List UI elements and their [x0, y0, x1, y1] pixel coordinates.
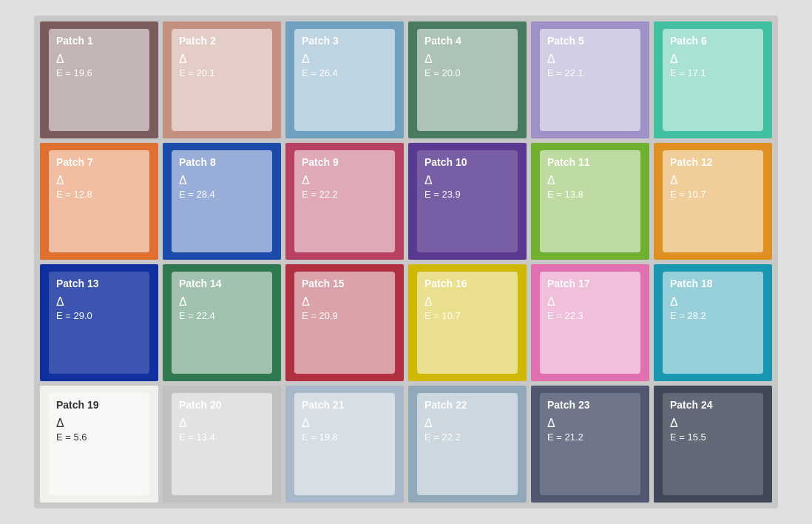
patch-cell-1: Patch 1ΔE = 19.6 — [40, 21, 158, 138]
patch-e-19: E = 5.6 — [56, 431, 142, 443]
patch-e-20: E = 13.4 — [179, 431, 265, 443]
patch-cell-9: Patch 9ΔE = 22.2 — [285, 143, 404, 260]
patch-name-2: Patch 2 — [179, 35, 265, 47]
patch-name-9: Patch 9 — [302, 156, 388, 168]
patch-name-14: Patch 14 — [179, 278, 265, 289]
patch-cell-14: Patch 14ΔE = 22.4 — [163, 264, 281, 381]
patch-e-8: E = 28.4 — [179, 189, 265, 200]
patch-e-3: E = 26.4 — [302, 67, 388, 78]
patch-inner-7: Patch 7ΔE = 12.8 — [49, 150, 149, 252]
patch-e-6: E = 17.1 — [670, 67, 756, 78]
patch-inner-15: Patch 15ΔE = 20.9 — [294, 272, 395, 374]
patch-inner-22: Patch 22ΔE = 22.2 — [417, 393, 518, 495]
patch-delta-18: Δ — [670, 295, 756, 309]
patch-delta-21: Δ — [302, 417, 388, 430]
patch-delta-22: Δ — [424, 417, 510, 430]
patch-e-9: E = 22.2 — [302, 189, 388, 200]
patch-e-12: E = 10.7 — [670, 189, 756, 200]
patch-inner-13: Patch 13ΔE = 29.0 — [49, 272, 149, 374]
patch-delta-24: Δ — [670, 417, 756, 430]
patch-cell-24: Patch 24ΔE = 15.5 — [654, 386, 772, 503]
patch-e-13: E = 29.0 — [56, 310, 142, 321]
patch-inner-21: Patch 21ΔE = 19.8 — [294, 393, 395, 495]
patch-e-10: E = 23.9 — [424, 189, 510, 200]
patch-name-12: Patch 12 — [670, 156, 756, 168]
patch-inner-8: Patch 8ΔE = 28.4 — [172, 150, 272, 252]
patch-name-17: Patch 17 — [547, 278, 633, 289]
patch-inner-11: Patch 11ΔE = 13.8 — [540, 150, 640, 252]
patch-cell-2: Patch 2ΔE = 20.1 — [163, 21, 281, 138]
patch-delta-23: Δ — [547, 417, 633, 430]
patch-inner-1: Patch 1ΔE = 19.6 — [49, 29, 149, 131]
patch-name-20: Patch 20 — [179, 399, 265, 411]
patch-cell-11: Patch 11ΔE = 13.8 — [531, 143, 649, 260]
patch-inner-5: Patch 5ΔE = 22.1 — [540, 29, 640, 131]
patch-cell-8: Patch 8ΔE = 28.4 — [163, 143, 281, 260]
patch-delta-9: Δ — [302, 174, 388, 187]
patch-e-1: E = 19.6 — [56, 67, 142, 78]
patch-name-7: Patch 7 — [56, 156, 142, 168]
patch-name-18: Patch 18 — [670, 278, 756, 289]
patch-cell-16: Patch 16ΔE = 10.7 — [408, 264, 527, 381]
patch-delta-10: Δ — [424, 174, 510, 187]
patch-delta-6: Δ — [670, 53, 756, 66]
patch-name-3: Patch 3 — [302, 35, 388, 47]
patch-e-23: E = 21.2 — [547, 431, 633, 443]
patch-e-14: E = 22.4 — [179, 310, 265, 321]
patch-cell-4: Patch 4ΔE = 20.0 — [408, 21, 527, 138]
patch-inner-9: Patch 9ΔE = 22.2 — [294, 150, 395, 252]
patch-cell-18: Patch 18ΔE = 28.2 — [654, 264, 772, 381]
patch-e-18: E = 28.2 — [670, 310, 756, 321]
patch-e-16: E = 10.7 — [424, 310, 510, 321]
patch-name-16: Patch 16 — [424, 278, 510, 289]
patch-e-5: E = 22.1 — [547, 67, 633, 78]
patch-name-24: Patch 24 — [670, 399, 756, 411]
patch-name-19: Patch 19 — [56, 399, 142, 411]
patch-delta-13: Δ — [56, 295, 142, 309]
patch-name-15: Patch 15 — [302, 278, 388, 289]
patch-name-22: Patch 22 — [424, 399, 510, 411]
patch-inner-24: Patch 24ΔE = 15.5 — [663, 393, 763, 495]
patch-e-24: E = 15.5 — [670, 431, 756, 443]
patch-inner-16: Patch 16ΔE = 10.7 — [417, 272, 518, 374]
patch-inner-20: Patch 20ΔE = 13.4 — [172, 393, 272, 495]
patch-e-11: E = 13.8 — [547, 189, 633, 200]
patch-inner-6: Patch 6ΔE = 17.1 — [663, 29, 763, 131]
patch-delta-12: Δ — [670, 174, 756, 187]
patch-delta-14: Δ — [179, 295, 265, 309]
patch-name-21: Patch 21 — [302, 399, 388, 411]
patch-delta-1: Δ — [56, 53, 142, 66]
patch-e-17: E = 22.3 — [547, 310, 633, 321]
patch-e-21: E = 19.8 — [302, 431, 388, 443]
patch-cell-19: Patch 19ΔE = 5.6 — [40, 386, 158, 503]
patch-delta-16: Δ — [424, 295, 510, 309]
patch-cell-22: Patch 22ΔE = 22.2 — [408, 386, 527, 503]
patch-inner-17: Patch 17ΔE = 22.3 — [540, 272, 640, 374]
patch-cell-5: Patch 5ΔE = 22.1 — [531, 21, 649, 138]
patch-cell-6: Patch 6ΔE = 17.1 — [654, 21, 772, 138]
patch-inner-2: Patch 2ΔE = 20.1 — [172, 29, 272, 131]
patch-cell-17: Patch 17ΔE = 22.3 — [531, 264, 649, 381]
patch-inner-23: Patch 23ΔE = 21.2 — [540, 393, 640, 495]
patch-e-15: E = 20.9 — [302, 310, 388, 321]
patch-name-5: Patch 5 — [547, 35, 633, 47]
patch-delta-15: Δ — [302, 295, 388, 309]
patch-grid: Patch 1ΔE = 19.6Patch 2ΔE = 20.1Patch 3Δ… — [34, 16, 778, 508]
patch-delta-20: Δ — [179, 417, 265, 430]
patch-name-23: Patch 23 — [547, 399, 633, 411]
patch-delta-2: Δ — [179, 53, 265, 66]
patch-cell-20: Patch 20ΔE = 13.4 — [163, 386, 281, 503]
patch-delta-3: Δ — [302, 53, 388, 66]
patch-delta-19: Δ — [56, 417, 142, 430]
patch-inner-12: Patch 12ΔE = 10.7 — [663, 150, 763, 252]
patch-inner-4: Patch 4ΔE = 20.0 — [417, 29, 518, 131]
patch-delta-17: Δ — [547, 295, 633, 309]
patch-name-8: Patch 8 — [179, 156, 265, 168]
patch-name-1: Patch 1 — [56, 35, 142, 47]
patch-inner-10: Patch 10ΔE = 23.9 — [417, 150, 518, 252]
patch-delta-5: Δ — [547, 53, 633, 66]
patch-delta-7: Δ — [56, 174, 142, 187]
patch-cell-7: Patch 7ΔE = 12.8 — [40, 143, 158, 260]
patch-cell-10: Patch 10ΔE = 23.9 — [408, 143, 527, 260]
patch-delta-8: Δ — [179, 174, 265, 187]
